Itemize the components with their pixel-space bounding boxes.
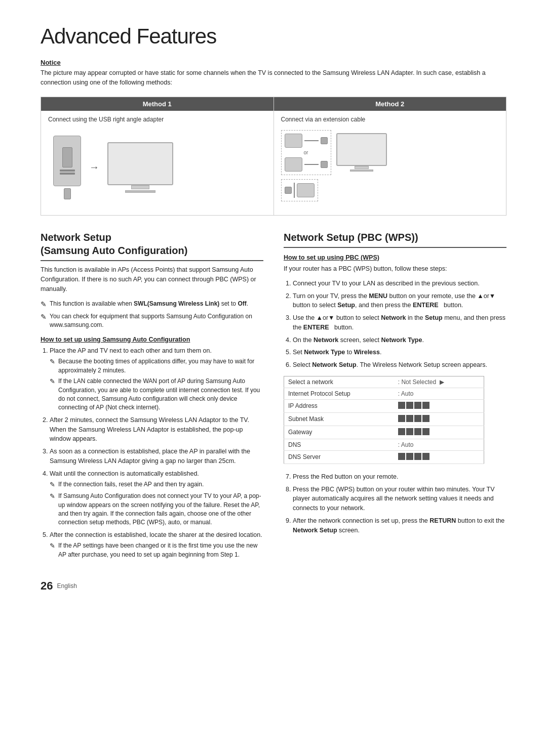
table-cell-label: Internet Protocol Setup [284, 388, 394, 399]
method2-header: Method 2 [274, 97, 506, 111]
block-cell [422, 402, 429, 409]
pbc-step-text: Set Network Type to Wireless. [293, 349, 381, 356]
sub-note-text: If Samsung Auto Configuration does not c… [58, 492, 263, 527]
table-cell-value: : Not Selected ▶ [394, 376, 484, 388]
method2-desc: Connect via an extension cable [281, 116, 499, 123]
pbc-step-text: On the Network screen, select Network Ty… [293, 337, 424, 344]
block-cell [406, 453, 413, 460]
pbc-steps: Connect your TV to your LAN as described… [284, 279, 506, 370]
table-row: Subnet Mask [284, 412, 484, 426]
sub-note-item: ✎ If the LAN cable connected the WAN por… [50, 377, 263, 412]
table-cell-value [394, 450, 484, 464]
sub-note-item: ✎ If Samsung Auto Configuration does not… [50, 492, 263, 527]
pbc-step-8: Press the PBC (WPS) button on your route… [293, 485, 506, 513]
sub-note-text: If the LAN cable connected the WAN port … [58, 377, 263, 412]
block-cell [422, 453, 429, 460]
step-text: Place the AP and TV next to each other a… [50, 347, 212, 354]
step-text: Wait until the connection is automatical… [50, 470, 199, 477]
block-cells [398, 415, 429, 422]
step-item: After the connection is established, loc… [50, 530, 263, 560]
pbc-step-3: Use the ▲or▼ button to select Network in… [293, 313, 506, 332]
pbc-step-text: Press the Red button on your remote. [293, 473, 398, 480]
note-item-1: ✎ This function is available when SWL(Sa… [41, 300, 263, 309]
pbc-step-text: Use the ▲or▼ button to select Network in… [293, 314, 505, 331]
step-text: As soon as a connection is established, … [50, 448, 250, 465]
step-text: After the connection is established, loc… [50, 531, 262, 538]
pbc-step-6: Select Network Setup. The Wireless Netwo… [293, 360, 506, 370]
sub-note-item: ✎ Because the booting times of applicati… [50, 357, 263, 375]
block-cell [414, 402, 421, 409]
block-cell [398, 428, 405, 435]
block-cells [398, 453, 429, 460]
sub-icon: ✎ [50, 492, 55, 501]
methods-row: Method 1 Connect using the USB right ang… [41, 97, 506, 216]
sub-icon: ✎ [50, 541, 55, 551]
notice-section: Notice The picture may appear corrupted … [41, 59, 506, 88]
table-cell-value [394, 399, 484, 412]
samsung-steps: Place the AP and TV next to each other a… [41, 346, 263, 560]
table-cell-value: : Auto [394, 439, 484, 450]
table-row: Select a network : Not Selected ▶ [284, 376, 484, 388]
sub-note-text: If the connection fails, reset the AP an… [58, 480, 204, 489]
pbc-step-7: Press the Red button on your remote. [293, 472, 506, 482]
step-item: As soon as a connection is established, … [50, 447, 263, 466]
sub-icon: ✎ [50, 357, 55, 367]
method1-box: Method 1 Connect using the USB right ang… [41, 97, 274, 215]
method1-diagram: → [48, 127, 266, 208]
page-title: Advanced Features [41, 24, 506, 49]
method1-content: Connect using the USB right angle adapte… [41, 111, 274, 215]
network-table: Select a network : Not Selected ▶ Intern… [284, 376, 484, 464]
sub-icon: ✎ [50, 480, 55, 490]
pbc-step-text: After the network connection is set up, … [293, 517, 504, 534]
table-row: DNS Server [284, 450, 484, 464]
block-cell [398, 402, 405, 409]
pbc-step-1: Connect your TV to your LAN as described… [293, 279, 506, 288]
block-cell [406, 428, 413, 435]
table-row: DNS : Auto [284, 439, 484, 450]
table-cell-label: Gateway [284, 426, 394, 439]
block-cell [398, 415, 405, 422]
pbc-step-text: Turn on your TV, press the MENU button o… [293, 292, 495, 309]
pbc-step-text: Connect your TV to your LAN as described… [293, 280, 480, 287]
notice-text: The picture may appear corrupted or have… [41, 68, 506, 88]
sub-note-text: Because the booting times of application… [58, 357, 263, 375]
method2-content: Connect via an extension cable or [274, 111, 506, 212]
col-right: Network Setup (PBC (WPS)) How to set up … [284, 231, 506, 565]
block-cell [406, 402, 413, 409]
pbc-step-2: Turn on your TV, press the MENU button o… [293, 291, 506, 311]
pbc-step-text: Select Network Setup. The Wireless Netwo… [293, 361, 487, 368]
block-cell [406, 415, 413, 422]
table-cell-value [394, 426, 484, 439]
page-lang: English [57, 582, 76, 590]
block-cell [414, 453, 421, 460]
table-row: Internet Protocol Setup : Auto [284, 388, 484, 399]
table-cell-label: IP Address [284, 399, 394, 412]
block-cell [414, 428, 421, 435]
pbc-subsection-title: How to set up using PBC (WPS) [284, 254, 506, 261]
table-row: Gateway [284, 426, 484, 439]
step-item: After 2 minutes, connect the Samsung Wir… [50, 415, 263, 444]
block-cells [398, 428, 429, 435]
block-cell [422, 428, 429, 435]
method1-header: Method 1 [41, 97, 274, 111]
note-text-1: This function is available when SWL(Sams… [50, 300, 248, 308]
block-cell [422, 415, 429, 422]
note-text-2: You can check for equipment that support… [50, 312, 263, 330]
page-number: 26 [41, 579, 53, 593]
samsung-subsection-title: How to set up using Samsung Auto Configu… [41, 336, 263, 343]
sub-icon: ✎ [50, 377, 55, 387]
sub-note-text: If the AP settings have been changed or … [58, 541, 263, 559]
main-content: Network Setup (Samsung Auto Configuratio… [41, 231, 506, 565]
pbc-step-4: On the Network screen, select Network Ty… [293, 335, 506, 345]
note-icon-2: ✎ [41, 312, 47, 322]
pbc-step-9: After the network connection is set up, … [293, 516, 506, 535]
pbc-step-text: Press the PBC (WPS) button on your route… [293, 486, 495, 512]
block-cell [398, 453, 405, 460]
pbc-intro: If your router has a PBC (WPS) button, f… [284, 264, 506, 274]
step-item: Place the AP and TV next to each other a… [50, 346, 263, 412]
notice-label: Notice [41, 59, 506, 66]
sub-note-item: ✎ If the connection fails, reset the AP … [50, 480, 263, 490]
note-item-2: ✎ You can check for equipment that suppo… [41, 312, 263, 330]
step-item: Wait until the connection is automatical… [50, 469, 263, 527]
note-icon-1: ✎ [41, 299, 47, 309]
